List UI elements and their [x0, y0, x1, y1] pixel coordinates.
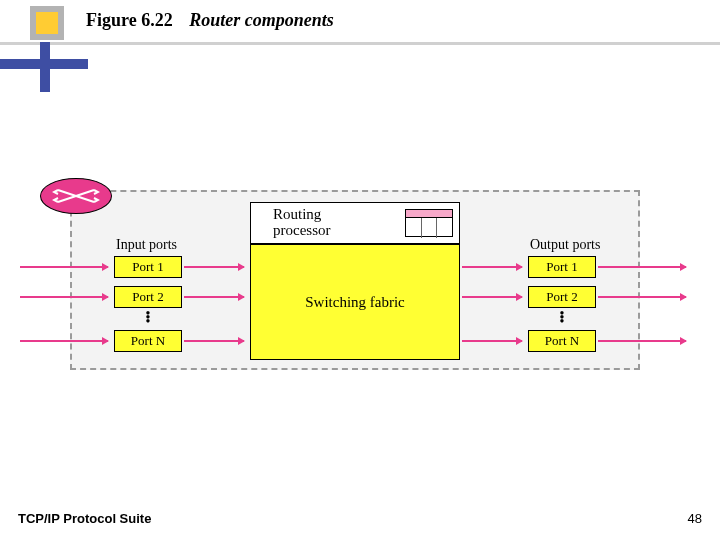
input-port-n: Port N — [114, 330, 182, 352]
routing-processor-box: Routing processor — [250, 202, 460, 244]
input-ports-ellipsis: ••• — [143, 312, 153, 324]
footer-suite: TCP/IP Protocol Suite — [18, 511, 151, 526]
header-accent-vertical — [40, 42, 50, 92]
header-divider — [0, 42, 720, 45]
header-bullet-icon — [30, 6, 64, 40]
input-ports-label: Input ports — [116, 237, 177, 253]
arrow-in-n — [20, 340, 108, 342]
arrow-outport-1 — [462, 266, 522, 268]
figure-title: Figure 6.22 Router components — [86, 10, 334, 31]
output-port-1: Port 1 — [528, 256, 596, 278]
arrow-in-1 — [20, 266, 108, 268]
arrow-inport-1 — [184, 266, 244, 268]
page-number: 48 — [688, 511, 702, 526]
figure-caption: Router components — [189, 10, 334, 30]
routing-processor-label: Routing processor — [273, 207, 330, 239]
input-port-1: Port 1 — [114, 256, 182, 278]
arrow-out-1 — [598, 266, 686, 268]
arrow-out-2 — [598, 296, 686, 298]
arrow-in-2 — [20, 296, 108, 298]
switching-fabric-label: Switching fabric — [305, 294, 405, 311]
arrow-out-n — [598, 340, 686, 342]
input-port-2: Port 2 — [114, 286, 182, 308]
arrow-inport-n — [184, 340, 244, 342]
arrow-outport-2 — [462, 296, 522, 298]
output-ports-ellipsis: ••• — [557, 312, 567, 324]
routing-table-icon — [405, 209, 453, 237]
figure-number: Figure 6.22 — [86, 10, 173, 30]
router-icon — [40, 178, 112, 214]
switching-fabric-box: Switching fabric — [250, 244, 460, 360]
arrow-inport-2 — [184, 296, 244, 298]
router-diagram: Routing processor Switching fabric Input… — [20, 190, 690, 390]
output-port-n: Port N — [528, 330, 596, 352]
output-port-2: Port 2 — [528, 286, 596, 308]
output-ports-label: Output ports — [530, 237, 600, 253]
arrow-outport-n — [462, 340, 522, 342]
